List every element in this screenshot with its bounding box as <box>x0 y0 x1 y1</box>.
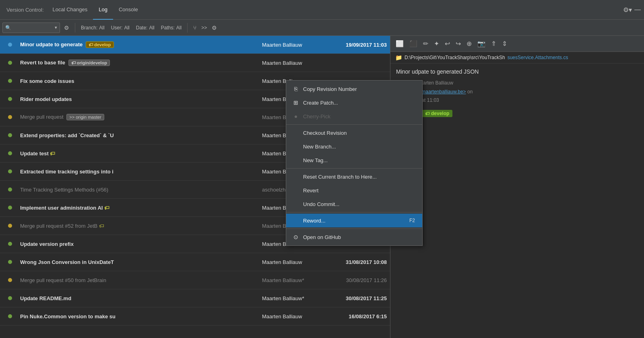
tab-right-icons: ⚙▾ — <box>623 6 641 14</box>
paths-value[interactable]: All <box>176 25 182 31</box>
git-graph-11 <box>0 235 20 253</box>
dot-13 <box>8 278 12 282</box>
commit-date-12: 31/08/2017 10:08 <box>326 259 387 265</box>
user-value[interactable]: All <box>124 25 129 31</box>
reset-icon <box>292 173 300 181</box>
date-value[interactable]: All <box>149 25 154 31</box>
annotate-btn[interactable]: ✦ <box>432 39 441 49</box>
commit-message-10: Merge pull request #52 from JetB 🏷 <box>20 223 262 229</box>
menu-item-create-patch[interactable]: ⊞ Create Patch... <box>286 96 422 109</box>
commit-message-14: Update README.md <box>20 295 262 301</box>
back-btn[interactable]: ↩ <box>443 39 452 49</box>
menu-label-cherry-pick: Cherry-Pick <box>303 113 415 120</box>
commit-date-15: 16/08/2017 6:15 <box>326 313 387 319</box>
separator-2 <box>187 23 188 33</box>
menu-sep-3 <box>286 212 422 212</box>
branch-filter[interactable]: Branch: All <box>78 25 107 31</box>
dot-14 <box>8 296 12 300</box>
app-label: Version Control: <box>3 7 47 13</box>
toolbar-settings-btn[interactable]: ⚙ <box>209 23 219 32</box>
commit-row[interactable]: Pin Nuke.Common version to make su Maart… <box>0 307 390 326</box>
github-icon: ⊙ <box>292 233 300 241</box>
commit-date-label: on <box>467 89 473 95</box>
git-graph-10 <box>0 217 20 235</box>
diff-btn-1[interactable]: ⬜ <box>394 39 406 49</box>
cherry-icon: ● <box>292 112 300 120</box>
new-tag-icon <box>292 156 300 164</box>
search-input[interactable] <box>13 25 53 31</box>
menu-sep-2 <box>286 168 422 169</box>
toolbar: 🔍 ▾ ⚙ Branch: All User: All Date: All Pa… <box>0 20 644 36</box>
collapse-btn[interactable]: ⇕ <box>500 39 509 49</box>
commit-author-13: Maarten Balliauw* <box>262 277 326 283</box>
commit-author-12: Maarten Balliauw <box>262 259 326 265</box>
commit-message-6: Update test 🏷 <box>20 150 262 157</box>
menu-item-checkout-revision[interactable]: Checkout Revision <box>286 126 422 140</box>
commit-row[interactable]: Revert to base file 🏷 origin/develop Maa… <box>0 54 390 72</box>
menu-item-new-branch[interactable]: New Branch... <box>286 140 422 153</box>
menu-label-reword: Reword... <box>303 218 406 224</box>
tab-log[interactable]: Log <box>93 0 113 20</box>
menu-item-reset-branch[interactable]: Reset Current Branch to Here... <box>286 170 422 183</box>
branch-tag-0: 🏷 develop <box>86 41 114 48</box>
paths-label: Paths: <box>161 25 175 31</box>
new-branch-icon <box>292 142 300 150</box>
commit-message-2: Fix some code issues <box>20 78 262 84</box>
commit-message-4: Merge pull request >> origin master <box>20 114 262 120</box>
commit-message-7: Extracted time tracking settings into i <box>20 169 262 175</box>
context-menu: ⎘ Copy Revision Number ⊞ Create Patch...… <box>286 80 423 246</box>
menu-label-new-branch: New Branch... <box>303 144 415 150</box>
commit-row[interactable]: Update README.md Maarten Balliauw* 30/08… <box>0 289 390 307</box>
branch-tag-1: 🏷 origin/develop <box>68 60 110 66</box>
file-link[interactable]: suesService.Attachments.cs <box>508 55 568 60</box>
settings-btn[interactable]: ⚙ <box>62 23 72 32</box>
minimize-icon[interactable]: — <box>634 6 641 13</box>
tab-local-changes[interactable]: Local Changes <box>47 0 93 20</box>
menu-item-copy-revision[interactable]: ⎘ Copy Revision Number <box>286 82 422 96</box>
commit-message-0: Minor udpate to generate 🏷 develop <box>20 41 262 48</box>
menu-item-reword[interactable]: Reword... F2 <box>286 214 422 227</box>
menu-item-undo-commit[interactable]: Undo Commit... <box>286 197 422 211</box>
menu-label-create-patch: Create Patch... <box>303 100 415 106</box>
date-label: Date: <box>136 25 148 31</box>
branch-icon-btn[interactable]: ⑂ <box>191 23 199 32</box>
menu-item-open-github[interactable]: ⊙ Open on GitHub <box>286 230 422 244</box>
menu-item-new-tag[interactable]: New Tag... <box>286 153 422 167</box>
git-graph-2 <box>0 72 20 90</box>
diff-btn-2[interactable]: ⬛ <box>407 39 419 49</box>
dot-15 <box>8 314 12 318</box>
commit-row[interactable]: Merge pull request #50 from JetBrain Maa… <box>0 271 390 289</box>
user-filter[interactable]: User: All <box>109 25 132 31</box>
tab-console[interactable]: Console <box>113 0 144 20</box>
user-label: User: <box>111 25 123 31</box>
separator-1 <box>75 23 75 33</box>
main-area: Minor udpate to generate 🏷 develop Maart… <box>0 36 644 338</box>
camera-btn[interactable]: 📷 <box>475 39 487 49</box>
settings-icon[interactable]: ⚙▾ <box>623 6 632 14</box>
git-graph-14 <box>0 289 20 307</box>
commit-row[interactable]: Minor udpate to generate 🏷 develop Maart… <box>0 36 390 54</box>
commit-message-8: Time Tracking Settings Methods (#56) <box>20 187 262 193</box>
edit-btn[interactable]: ✏ <box>421 39 430 49</box>
branch-value[interactable]: All <box>99 25 104 31</box>
commit-message-1: Revert to base file 🏷 origin/develop <box>20 60 262 66</box>
dot-8 <box>8 188 12 192</box>
git-graph-1 <box>0 54 20 72</box>
forward-btn[interactable]: ↪ <box>454 39 463 49</box>
date-filter[interactable]: Date: All <box>134 25 157 31</box>
expand-btn[interactable]: ⇑ <box>489 39 498 49</box>
paths-filter[interactable]: Paths: All <box>159 25 184 31</box>
search-box[interactable]: 🔍 ▾ <box>2 23 60 33</box>
menu-label-checkout-revision: Checkout Revision <box>303 130 415 136</box>
branch-badges: HEAD develop <box>396 110 638 117</box>
checkout-icon <box>292 129 300 137</box>
tag-icon-6: 🏷 <box>50 150 55 157</box>
commit-author-1: Maarten Balliauw <box>262 60 326 66</box>
menu-sep-4 <box>286 229 422 229</box>
menu-item-revert[interactable]: Revert <box>286 183 422 197</box>
search-dropdown-icon[interactable]: ▾ <box>55 25 57 30</box>
commit-detail-meta: ea97d57 Maarten Balliauw <maarten@maarte… <box>396 79 638 105</box>
add-btn[interactable]: ⊕ <box>464 39 474 49</box>
commit-row[interactable]: Wrong Json Conversion in UnixDateT Maart… <box>0 253 390 271</box>
more-btn[interactable]: >> <box>200 25 208 31</box>
